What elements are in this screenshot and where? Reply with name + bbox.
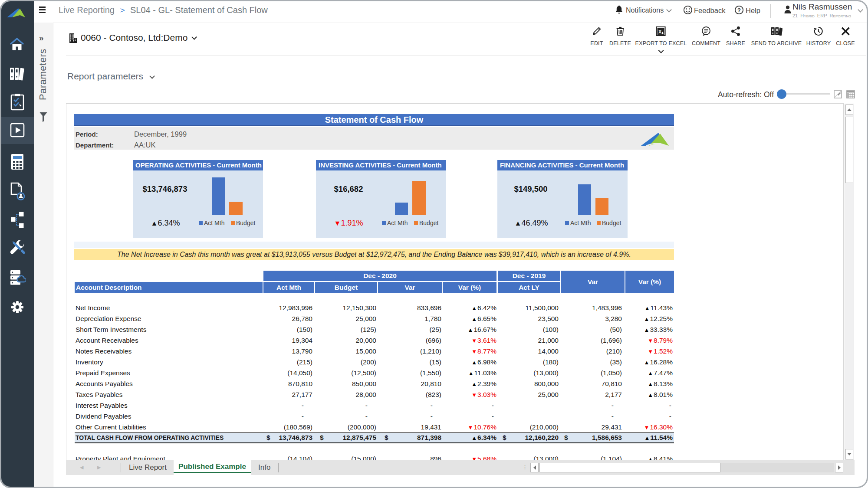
svg-text:?: ? (737, 7, 741, 13)
svg-text:X: X (658, 29, 662, 34)
